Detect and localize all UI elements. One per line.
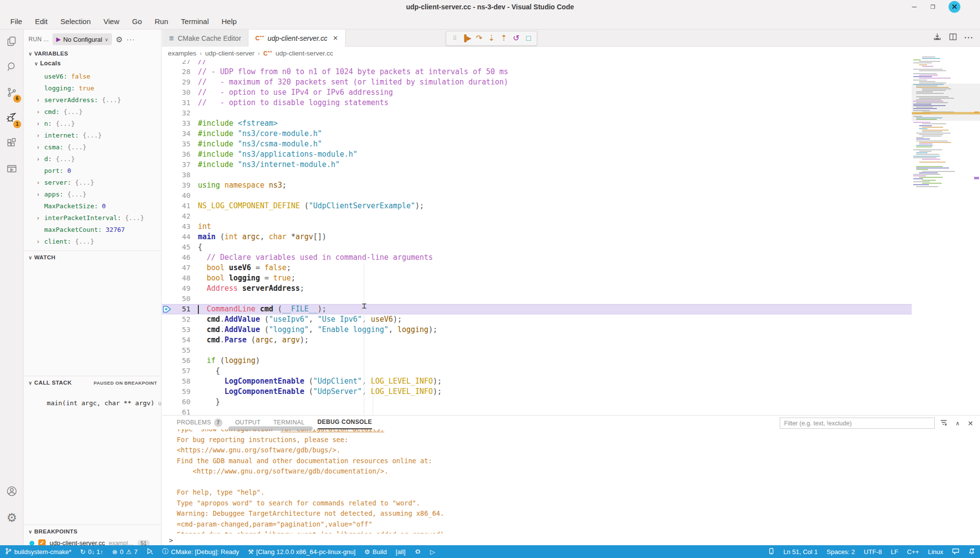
call-stack-frame[interactable]: main(int argc, char ** argv) u… [31, 392, 162, 414]
call-stack-section-header[interactable]: ∨CALL STACK PAUSED ON BREAKPOINT [28, 380, 157, 386]
status-item-right-8[interactable] [968, 548, 975, 556]
code-line[interactable]: 32 [162, 108, 980, 118]
code-line[interactable]: 49 Address serverAddress; [162, 283, 980, 294]
variable-row[interactable]: ›d: {...} [24, 153, 162, 165]
status-item-left-2[interactable]: ⊗0⚠7 [112, 548, 137, 556]
debug-gear-icon[interactable]: ⚙ [116, 35, 123, 44]
expand-icon[interactable]: › [36, 118, 40, 130]
line-number[interactable]: 44 [173, 232, 191, 242]
breadcrumb-item[interactable]: udp-client-server [205, 50, 255, 57]
breakpoints-section-header[interactable]: ∨ BREAKPOINTS [28, 529, 78, 534]
code-line[interactable]: 41NS_LOG_COMPONENT_DEFINE ("UdpClientSer… [162, 201, 980, 211]
expand-icon[interactable]: › [36, 106, 40, 118]
code-line[interactable]: 61 [162, 407, 980, 415]
line-number[interactable]: 56 [173, 356, 191, 366]
line-number[interactable]: 55 [173, 345, 191, 356]
menu-item-file[interactable]: File [4, 14, 28, 29]
line-number[interactable]: 60 [173, 397, 191, 407]
stop-button[interactable]: □ [523, 32, 534, 45]
line-number[interactable]: 36 [173, 149, 191, 160]
variable-row[interactable]: ›internet: {...} [24, 130, 162, 141]
minimap[interactable] [913, 56, 958, 188]
sidebar-item-extensions[interactable] [0, 132, 24, 157]
status-item-right-3[interactable]: UTF-8 [864, 548, 882, 556]
code-line[interactable]: 35#include "ns3/csma-module.h" [162, 139, 980, 149]
close-tab-icon[interactable]: ✕ [333, 34, 338, 42]
status-item-right-6[interactable]: Linux [928, 548, 943, 556]
line-number[interactable]: 57 [173, 366, 191, 376]
line-number[interactable]: 28 [173, 67, 191, 77]
status-item-right-1[interactable]: Ln 51, Col 1 [783, 548, 817, 556]
line-number[interactable]: 54 [173, 335, 191, 345]
debug-console-output[interactable]: Type "show configuration" for configurat… [177, 429, 962, 533]
code-line[interactable]: 40 [162, 191, 980, 201]
debug-config-dropdown[interactable]: ▶ No Configural ∨ [53, 33, 111, 45]
step-over-button[interactable]: ↷ [474, 32, 484, 45]
variable-row[interactable]: ›interPacketInterval: {...} [24, 212, 162, 224]
code-line[interactable]: 60 } [162, 397, 980, 407]
status-item-left-5[interactable]: ⚒[Clang 12.0.0 x86_64-pc-linux-gnu] [248, 548, 355, 556]
scrollbar-thumb[interactable] [228, 426, 313, 431]
restart-button[interactable]: ↺ [511, 32, 521, 45]
continue-button[interactable]: ▐▶ [462, 32, 472, 45]
breakpoint-row[interactable]: ✓ udp-client-server.cc exampl… 51 [29, 539, 150, 545]
expand-icon[interactable]: › [36, 94, 40, 106]
code-line[interactable]: 43int [162, 222, 980, 232]
status-item-left-9[interactable]: ▷ [430, 548, 435, 556]
breadcrumb-item[interactable]: udp-client-server.cc [275, 50, 333, 57]
code-line[interactable]: 38 [162, 170, 980, 180]
menu-item-selection[interactable]: Selection [54, 14, 97, 29]
panel-tab-problems[interactable]: PROBLEMS7 [177, 416, 222, 429]
code-line[interactable]: 57 { [162, 366, 980, 376]
expand-icon[interactable]: › [36, 212, 40, 224]
code-line[interactable]: 58 LogComponentEnable ("UdpClient", LOG_… [162, 376, 980, 387]
account-button[interactable] [0, 479, 24, 505]
variable-row[interactable]: ›apps: {...} [24, 189, 162, 200]
line-number[interactable]: 37 [173, 160, 191, 170]
expand-icon[interactable]: › [36, 153, 40, 165]
status-item-right-5[interactable]: C++ [907, 548, 919, 556]
code-line[interactable]: 37#include "ns3/internet-module.h" [162, 160, 980, 170]
variable-row[interactable]: ›cmd: {...} [24, 106, 162, 118]
maximize-panel-icon[interactable]: ∧ [955, 420, 960, 427]
line-number[interactable]: 43 [173, 222, 191, 232]
code-line[interactable]: 44main (int argc, char *argv[]) [162, 232, 980, 242]
close-button[interactable]: ✕ [949, 1, 960, 13]
line-number[interactable]: 53 [173, 325, 191, 335]
run-below-icon[interactable] [933, 32, 942, 43]
code-line[interactable]: 36#include "ns3/applications-module.h" [162, 149, 980, 160]
menu-item-help[interactable]: Help [215, 14, 243, 29]
code-line[interactable]: 56 if (logging) [162, 356, 980, 366]
expand-icon[interactable]: › [36, 177, 40, 189]
variable-row[interactable]: port: 0 [24, 165, 162, 177]
code-line[interactable]: 29// - maximum of 320 packets sent (or l… [162, 77, 980, 87]
line-number[interactable]: 48 [173, 273, 191, 283]
code-line[interactable]: 52 cmd.AddValue ("useIpv6", "Use Ipv6", … [162, 314, 980, 325]
restore-button[interactable]: ❐ [928, 2, 938, 12]
code-editor[interactable]: 27//28// - UDP flow from n0 to n1 of 102… [162, 60, 980, 415]
line-number[interactable]: 50 [173, 294, 191, 304]
more-actions-icon[interactable]: ··· [964, 33, 974, 42]
menu-item-terminal[interactable]: Terminal [175, 14, 216, 29]
start-debug-icon[interactable]: ▶ [56, 36, 60, 43]
line-number[interactable]: 38 [173, 170, 191, 180]
line-number[interactable]: 49 [173, 283, 191, 294]
minimize-button[interactable]: ─ [909, 2, 919, 12]
views-more-icon[interactable]: ··· [127, 35, 135, 43]
sidebar-item-explorer[interactable] [0, 29, 24, 55]
filter-icon[interactable] [940, 418, 948, 428]
breadcrumb-item[interactable]: examples [168, 50, 196, 57]
step-into-button[interactable]: ⇣ [486, 32, 496, 45]
status-item-left-3[interactable] [146, 548, 153, 556]
code-line[interactable]: 53 cmd.AddValue ("logging", "Enable logg… [162, 325, 980, 335]
status-item-left-7[interactable]: [all] [396, 548, 406, 556]
line-number[interactable]: 42 [173, 211, 191, 222]
code-line[interactable]: 45{ [162, 242, 980, 252]
status-item-left-6[interactable]: ⚙Build [364, 548, 387, 556]
line-number[interactable]: 45 [173, 242, 191, 252]
variables-group-locals[interactable]: ∨ Locals [34, 60, 61, 67]
settings-button[interactable]: ⚙ [0, 505, 24, 530]
menu-item-go[interactable]: Go [126, 14, 148, 29]
line-number[interactable]: 34 [173, 129, 191, 139]
variable-row[interactable]: MaxPacketSize: 0 [24, 200, 162, 212]
